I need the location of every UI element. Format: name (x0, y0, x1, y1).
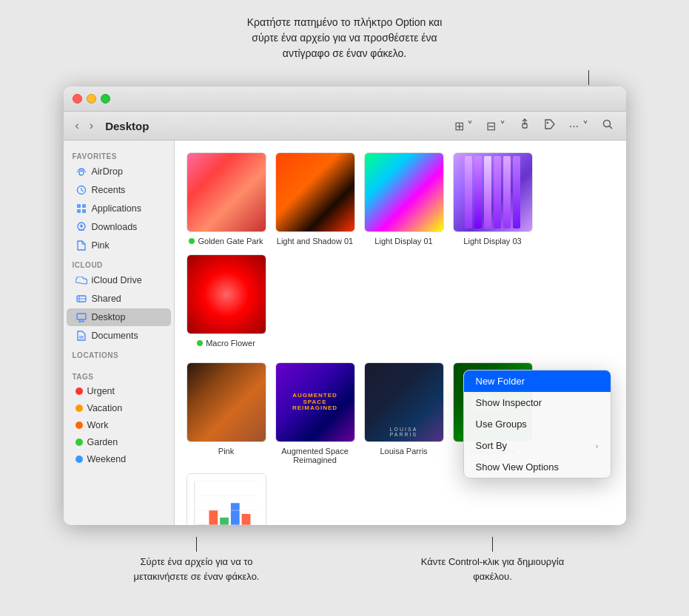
file-thumbnail (364, 152, 444, 232)
tag-button[interactable] (540, 116, 559, 135)
file-thumbnail (186, 254, 266, 334)
sidebar-item-shared[interactable]: Shared (67, 290, 171, 308)
svg-rect-9 (82, 209, 86, 213)
view-toggle-button[interactable]: ⊞ ˅ (451, 117, 477, 135)
sidebar-item-label: Garden (87, 437, 118, 447)
finder-window: ‹ › Desktop ⊞ ˅ ⊟ ˅ (64, 87, 626, 525)
sidebar-item-icloud-drive[interactable]: iCloud Drive (67, 271, 171, 289)
share-button[interactable] (515, 116, 534, 135)
downloads-icon (75, 221, 87, 233)
sidebar-item-label: Downloads (92, 222, 138, 232)
svg-rect-6 (77, 204, 81, 208)
context-menu-new-folder[interactable]: New Folder (464, 370, 611, 392)
maximize-button[interactable] (101, 94, 110, 104)
annotation-line (196, 537, 197, 552)
toolbar-actions: ⊞ ˅ ⊟ ˅ (451, 116, 617, 135)
desktop-icon (75, 311, 87, 323)
titlebar (64, 87, 626, 112)
sidebar-item-weekend[interactable]: Weekend (67, 451, 171, 467)
minimize-button[interactable] (87, 94, 96, 104)
file-item-light-display1[interactable]: Light Display 01 (364, 152, 444, 246)
sidebar-item-label: Vacation (87, 403, 123, 413)
file-thumbnail: AUGMENTEDSPACEREIMAGINED (275, 362, 355, 442)
file-item-light-shadow[interactable]: Light and Shadow 01 (275, 152, 355, 246)
file-item-pink[interactable]: Pink (186, 362, 266, 464)
urgent-tag-dot (75, 387, 83, 395)
context-menu-use-groups[interactable]: Use Groups (464, 413, 611, 435)
sidebar-item-label: Pink (92, 240, 110, 251)
file-thumbnail (275, 152, 355, 232)
sidebar-item-pink[interactable]: Pink (67, 237, 171, 254)
sidebar-item-label: Applications (92, 203, 141, 214)
icloud-drive-icon (75, 274, 87, 286)
tags-label: Tags (64, 367, 174, 382)
traffic-lights (73, 94, 110, 104)
view-icon: ⊞ ˅ (454, 120, 473, 132)
sidebar-item-airdrop[interactable]: AirDrop (67, 163, 171, 180)
file-label: Pink (218, 447, 234, 456)
group-icon: ⊟ ˅ (486, 120, 505, 132)
sidebar-item-desktop[interactable]: Desktop (67, 308, 171, 326)
main-content: Favorites AirDrop (64, 141, 626, 525)
sidebar-item-applications[interactable]: Applications (67, 200, 171, 217)
favorites-label: Favorites (64, 146, 174, 162)
airdrop-icon (75, 166, 87, 177)
file-label: Light Display 03 (463, 237, 521, 246)
more-button[interactable]: ··· ˅ (565, 117, 592, 135)
ellipsis-icon: ··· ˅ (569, 120, 588, 132)
svg-point-4 (79, 171, 84, 175)
applications-icon (75, 203, 87, 214)
svg-rect-28 (230, 503, 239, 525)
documents-icon (75, 330, 87, 342)
forward-button[interactable]: › (87, 118, 96, 134)
close-button[interactable] (73, 94, 82, 104)
file-thumbnail (453, 152, 533, 232)
file-item-chart[interactable] (186, 473, 266, 525)
sidebar-item-label: Desktop (92, 312, 126, 322)
label-dot (189, 238, 195, 244)
file-thumbnail: LOUISA PARRIS (364, 362, 444, 442)
file-label: Macro Flower (197, 339, 255, 348)
context-menu-show-inspector[interactable]: Show Inspector (464, 392, 611, 413)
file-row-1: Golden Gate Park Light and Shadow 01 Lig… (186, 152, 614, 348)
toolbar: ‹ › Desktop ⊞ ˅ ⊟ ˅ (64, 112, 626, 141)
context-menu-show-view-options[interactable]: Show View Options (464, 456, 611, 478)
file-item-louisa[interactable]: LOUISA PARRIS Louisa Parris (364, 362, 444, 464)
sidebar-item-label: AirDrop (92, 166, 123, 177)
file-label: Light and Shadow 01 (277, 237, 353, 246)
tag-icon (544, 120, 556, 132)
annotation-top: Κρατήστε πατημένο το πλήκτρο Option και … (247, 15, 443, 61)
file-icon (75, 240, 87, 251)
file-item-golden-gate[interactable]: Golden Gate Park (186, 152, 266, 246)
file-thumbnail (186, 362, 266, 442)
file-thumbnail (186, 152, 266, 232)
file-item-augmented[interactable]: AUGMENTEDSPACEREIMAGINED Augmented Space… (275, 362, 355, 464)
context-menu-sort-by[interactable]: Sort By › (464, 435, 611, 456)
search-button[interactable] (598, 116, 617, 135)
annotation-line (492, 537, 493, 552)
sidebar-item-downloads[interactable]: Downloads (67, 218, 171, 236)
icloud-label: iCloud (64, 255, 174, 271)
annotations-bottom: Σύρτε ένα αρχείο για να το μετακινήσετε … (64, 537, 626, 583)
file-item-macro-flower[interactable]: Macro Flower (186, 254, 266, 348)
file-thumbnail (186, 473, 266, 525)
location-title: Desktop (105, 120, 446, 132)
file-grid: Golden Gate Park Light and Shadow 01 Lig… (175, 141, 626, 525)
file-label: Augmented Space Reimagined (275, 447, 355, 464)
sidebar-item-work[interactable]: Work (67, 417, 171, 433)
svg-rect-26 (209, 510, 218, 525)
sidebar-item-vacation[interactable]: Vacation (67, 400, 171, 416)
svg-rect-8 (77, 209, 81, 213)
back-button[interactable]: ‹ (73, 118, 82, 134)
file-label: Louisa Parris (380, 447, 427, 456)
sidebar-item-urgent[interactable]: Urgent (67, 383, 171, 399)
sidebar-item-label: Weekend (87, 454, 127, 464)
svg-rect-22 (187, 474, 266, 525)
sidebar-item-documents[interactable]: Documents (67, 327, 171, 345)
sidebar-item-garden[interactable]: Garden (67, 434, 171, 450)
sidebar-item-recents[interactable]: Recents (67, 181, 171, 199)
file-item-light-display3[interactable]: Light Display 03 (453, 152, 533, 246)
sidebar-item-label: iCloud Drive (92, 275, 142, 285)
search-icon (602, 120, 614, 132)
group-button[interactable]: ⊟ ˅ (483, 117, 508, 135)
